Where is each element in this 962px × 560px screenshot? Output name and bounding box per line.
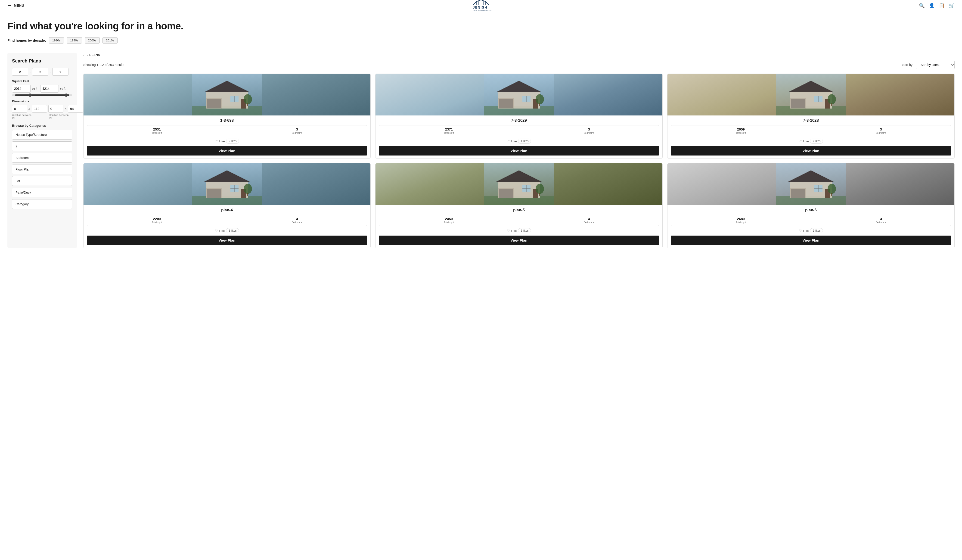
decade-2000s[interactable]: 2000s	[85, 37, 100, 44]
like-button[interactable]: Like	[511, 229, 517, 232]
plan-stats: 2531 Total sq ft 3 Bedrooms	[87, 125, 367, 136]
like-button[interactable]: Like	[803, 229, 809, 232]
bedroom-mid-input[interactable]	[32, 68, 48, 76]
depth-min-input[interactable]	[48, 105, 63, 113]
dim-hints: Width is between (ft) Depth is between (…	[12, 114, 72, 119]
sqft-min-input[interactable]	[12, 85, 31, 92]
category-lot[interactable]: Lot	[12, 176, 72, 186]
likes-count: 5 likes	[518, 228, 531, 233]
sort-label: Sort by:	[902, 63, 914, 67]
like-button[interactable]: Like	[803, 140, 809, 143]
plan-card: 7-3-1028 2059 Total sq ft 3 Bedrooms ♡ L…	[667, 74, 955, 158]
plan-bedrooms-value: 3	[229, 127, 366, 131]
heart-icon[interactable]: ♡	[215, 139, 218, 143]
range-thumb-right[interactable]	[65, 94, 68, 97]
plan-image	[376, 163, 662, 205]
category-house-type[interactable]: House Type/Structure	[12, 130, 72, 140]
logo[interactable]: JENISH JENISH HOUSE DESIGN LIMITED	[471, 0, 491, 12]
bedroom-min-input[interactable]	[12, 68, 28, 76]
svg-point-29	[536, 94, 544, 104]
search-icon[interactable]: 🔍	[919, 3, 925, 8]
sqft-max-input[interactable]	[40, 85, 59, 92]
sqft-unit-2: sq ft	[60, 87, 66, 90]
plan-stat-sqft: 2450 Total sq ft	[379, 215, 519, 226]
category-floor-plan[interactable]: Floor Plan	[12, 165, 72, 174]
heart-icon[interactable]: ♡	[507, 139, 510, 143]
category-bedrooms[interactable]: Bedrooms	[12, 153, 72, 163]
cart-icon[interactable]: 🛒	[949, 3, 955, 8]
decade-1980s[interactable]: 1980s	[49, 37, 64, 44]
plan-bedrooms-value: 3	[521, 127, 658, 131]
category-2[interactable]: 2	[12, 141, 72, 151]
page-heading: Find what you're looking for in a home.	[7, 21, 955, 32]
likes-count: 3 likes	[226, 228, 239, 233]
view-plan-button[interactable]: View Plan	[87, 236, 367, 245]
category-patio-deck[interactable]: Patio/Deck	[12, 188, 72, 197]
view-plan-button[interactable]: View Plan	[671, 146, 951, 155]
like-button[interactable]: Like	[220, 229, 225, 232]
plan-card: plan-4 2200 Total sq ft 3 Bedrooms ♡ Lik…	[83, 163, 371, 248]
width-max-input[interactable]	[32, 105, 47, 113]
svg-rect-30	[539, 103, 540, 106]
plan-likes: ♡ Like 2 likes	[671, 228, 951, 233]
dim-amp-2: &	[65, 107, 67, 111]
svg-point-41	[828, 94, 836, 104]
heart-icon[interactable]: ♡	[507, 229, 510, 232]
depth-max-input[interactable]	[68, 105, 83, 113]
categories-section: Browse by Categories House Type/Structur…	[12, 124, 72, 209]
bedroom-max-input[interactable]	[52, 68, 68, 76]
breadcrumb-separator: ›	[87, 53, 88, 57]
heart-icon[interactable]: ♡	[799, 139, 802, 143]
heart-icon[interactable]: ♡	[215, 229, 218, 232]
plan-stat-sqft: 2059 Total sq ft	[671, 126, 811, 136]
plan-stat-sqft: 2200 Total sq ft	[87, 215, 227, 226]
range-dash-2: -	[50, 70, 51, 74]
plan-sqft-value: 2450	[380, 217, 518, 221]
view-plan-button[interactable]: View Plan	[379, 146, 659, 155]
breadcrumb-home-icon[interactable]: ⌂	[83, 53, 86, 57]
plan-card: 7-3-1029 2371 Total sq ft 3 Bedrooms ♡ L…	[375, 74, 663, 158]
sort-select[interactable]: Sort by latest Sort by oldest Price: Low…	[916, 61, 955, 69]
like-button[interactable]: Like	[220, 140, 225, 143]
svg-rect-48	[207, 189, 221, 198]
plan-stat-bedrooms: 3 Bedrooms	[811, 126, 951, 136]
plan-card: 1-3-698 2531 Total sq ft 3 Bedrooms ♡ Li…	[83, 74, 371, 158]
decade-1990s[interactable]: 1990s	[67, 37, 82, 44]
heart-icon[interactable]: ♡	[799, 229, 802, 232]
plan-info: 7-3-1028 2059 Total sq ft 3 Bedrooms ♡ L…	[667, 115, 954, 158]
svg-rect-66	[539, 193, 540, 196]
main-layout: Search Plans - - Square Feet sq ft - sq …	[0, 53, 962, 257]
plan-stat-sqft: 2371 Total sq ft	[379, 126, 519, 136]
breadcrumb: ⌂ › PLANS	[83, 53, 955, 57]
depth-hint: Depth is between (ft)	[49, 114, 72, 119]
category-category[interactable]: Category	[12, 199, 72, 209]
range-slider-fill	[15, 94, 69, 96]
plan-sqft-value: 2531	[89, 127, 226, 131]
plan-image	[667, 74, 954, 115]
plan-stats: 2371 Total sq ft 3 Bedrooms	[379, 125, 659, 136]
document-icon[interactable]: 📋	[939, 3, 945, 8]
dimensions-row: & &	[12, 105, 72, 113]
decade-2010s[interactable]: 2010s	[102, 37, 118, 44]
bedroom-range-row: - -	[12, 68, 72, 76]
view-plan-button[interactable]: View Plan	[379, 236, 659, 245]
range-thumb-left[interactable]	[29, 94, 32, 97]
breadcrumb-plans: PLANS	[89, 53, 100, 57]
plan-card: plan-6 2680 Total sq ft 3 Bedrooms ♡ Lik…	[667, 163, 955, 248]
plan-name: plan-4	[87, 208, 367, 212]
plan-image	[376, 74, 662, 115]
svg-rect-72	[791, 189, 805, 198]
plan-name: plan-5	[379, 208, 659, 212]
plan-info: 1-3-698 2531 Total sq ft 3 Bedrooms ♡ Li…	[84, 115, 370, 158]
menu-button[interactable]: ☰ MENU	[7, 3, 24, 8]
view-plan-button[interactable]: View Plan	[671, 236, 951, 245]
plan-sqft-label: Total sq ft	[89, 132, 226, 134]
header-actions: 🔍 👤 📋 🛒	[919, 3, 955, 8]
like-button[interactable]: Like	[511, 140, 517, 143]
plan-info: plan-5 2450 Total sq ft 4 Bedrooms ♡ Lik…	[376, 205, 662, 248]
width-min-input[interactable]	[12, 105, 27, 113]
user-icon[interactable]: 👤	[929, 3, 935, 8]
sqft-range-slider[interactable]	[12, 94, 72, 96]
view-plan-button[interactable]: View Plan	[87, 146, 367, 155]
plan-sqft-label: Total sq ft	[89, 221, 226, 224]
